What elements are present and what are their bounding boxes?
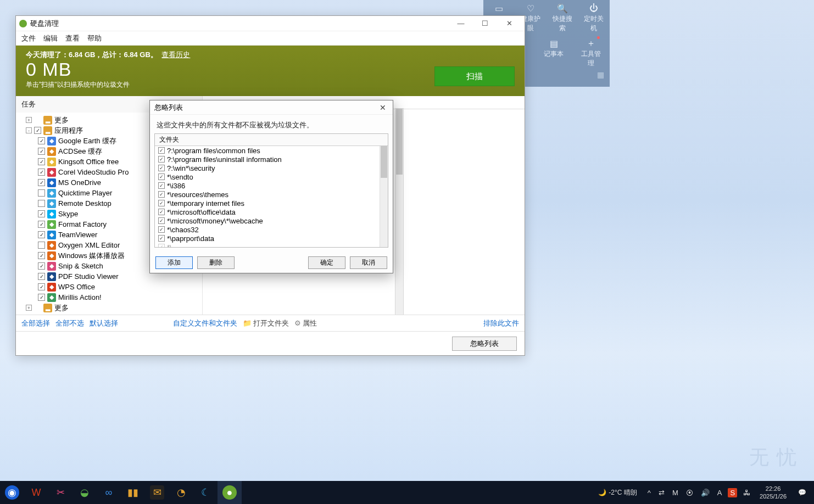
checkbox[interactable]: [38, 179, 45, 186]
start-button[interactable]: ◉: [0, 481, 24, 504]
list-item[interactable]: ?:\win*\security: [155, 164, 379, 172]
checkbox[interactable]: [158, 217, 165, 224]
dialog-close-button[interactable]: ✕: [377, 103, 388, 112]
scan-button[interactable]: 扫描: [434, 66, 515, 86]
checkbox[interactable]: [158, 156, 165, 163]
checkbox[interactable]: [38, 242, 45, 249]
cancel-button[interactable]: 取消: [350, 256, 387, 269]
checkbox[interactable]: [38, 273, 45, 280]
panel-item-search[interactable]: 🔍快捷搜索: [550, 2, 575, 33]
taskbar-app-mail[interactable]: ✉: [145, 481, 169, 504]
checkbox[interactable]: [38, 200, 45, 207]
tree-item[interactable]: ◆Mirillis Action!: [26, 292, 202, 303]
taskbar-app-wps[interactable]: W: [24, 481, 48, 504]
checkbox[interactable]: [158, 209, 165, 215]
panel-item-tools[interactable]: ＋工具管理: [580, 37, 602, 68]
delete-button[interactable]: 删除: [197, 256, 235, 269]
list-item[interactable]: *\resources\themes: [155, 190, 379, 199]
select-none-link[interactable]: 全部不选: [55, 318, 84, 328]
panel-item-notepad[interactable]: ▤记事本: [543, 37, 565, 68]
list-item[interactable]: *\microsoft\office\data: [155, 208, 379, 216]
list-item[interactable]: *\temporary internet files: [155, 199, 379, 208]
list-item[interactable]: *\sendto: [155, 172, 379, 181]
panel-item-shutdown[interactable]: ⏻定时关机: [581, 2, 606, 33]
open-folder-label[interactable]: 📁打开文件夹: [243, 318, 289, 328]
select-all-link[interactable]: 全部选择: [21, 318, 50, 328]
checkbox[interactable]: [34, 127, 41, 134]
taskbar-app-baidu[interactable]: ∞: [97, 481, 121, 504]
checkbox[interactable]: [38, 294, 45, 301]
list-item[interactable]: ?:\program files\common files: [155, 146, 379, 155]
menu-view[interactable]: 查看: [65, 33, 80, 43]
taskbar-app-snip[interactable]: ✂: [48, 481, 73, 504]
properties-label[interactable]: ⚙属性: [294, 318, 317, 328]
menu-help[interactable]: 帮助: [87, 33, 102, 43]
checkbox[interactable]: [38, 231, 45, 238]
history-link[interactable]: 查看历史: [161, 51, 190, 59]
list-item[interactable]: ?:\program files\uninstall information: [155, 155, 379, 164]
checkbox[interactable]: [38, 189, 45, 197]
checkbox[interactable]: [38, 221, 45, 228]
maximize-button[interactable]: ☐: [473, 16, 497, 31]
expand-icon[interactable]: +: [26, 117, 32, 123]
minimize-button[interactable]: —: [449, 16, 473, 31]
checkbox[interactable]: [38, 158, 45, 165]
checkbox[interactable]: [158, 200, 165, 206]
tray-chevron-icon[interactable]: ^: [646, 489, 653, 497]
menu-edit[interactable]: 编辑: [43, 33, 58, 43]
checkbox[interactable]: [38, 283, 45, 290]
column-header-date[interactable]: 创建日期: [389, 96, 525, 109]
tray-ime-a[interactable]: A: [716, 489, 724, 497]
exclude-file-link[interactable]: 排除此文件: [483, 318, 519, 328]
menu-file[interactable]: 文件: [21, 33, 36, 43]
checkbox[interactable]: [38, 262, 45, 270]
list-item[interactable]: *\i386: [155, 181, 379, 190]
checkbox[interactable]: [158, 244, 165, 247]
tray-network-icon[interactable]: 🖧: [741, 489, 752, 497]
tray-sogou[interactable]: S: [728, 488, 737, 497]
list-item[interactable]: *\...: [155, 243, 379, 247]
checkbox[interactable]: [158, 191, 165, 198]
tray-ime-m-icon[interactable]: M: [671, 489, 680, 497]
ignore-list-button[interactable]: 忽略列表: [452, 337, 517, 351]
taskbar-app-files[interactable]: ▮▮: [121, 481, 145, 504]
checkbox[interactable]: [158, 173, 165, 180]
list-column-folder[interactable]: 文件夹: [155, 134, 388, 146]
tree-item[interactable]: +▂更多: [26, 303, 202, 313]
checkbox[interactable]: [158, 235, 165, 242]
checkbox[interactable]: [38, 210, 45, 217]
notification-button[interactable]: 💬: [794, 481, 810, 504]
checkbox[interactable]: [158, 147, 165, 154]
taskbar-app-moon[interactable]: ☾: [193, 481, 218, 504]
list-item[interactable]: *\chaos32: [155, 225, 379, 234]
tray-sync-icon[interactable]: ⇄: [657, 489, 666, 497]
checkbox[interactable]: [158, 165, 165, 171]
dialog-scrollbar[interactable]: [380, 146, 388, 247]
grid-icon[interactable]: ▦: [597, 70, 604, 79]
expand-icon[interactable]: +: [26, 305, 32, 311]
tray-volume-icon[interactable]: 🔊: [699, 489, 711, 497]
close-button[interactable]: ✕: [497, 16, 521, 31]
expand-icon[interactable]: -: [26, 127, 32, 133]
dialog-scrollbar-thumb[interactable]: [381, 146, 387, 178]
tree-item[interactable]: ◆WPS Office: [26, 282, 202, 292]
list-item[interactable]: *\microsoft\money\*\webcache: [155, 216, 379, 225]
taskbar-app-wechat[interactable]: ◒: [73, 481, 97, 504]
ok-button[interactable]: 确定: [308, 256, 345, 269]
custom-files-link[interactable]: 自定义文件和文件夹: [173, 318, 237, 328]
scrollbar-thumb[interactable]: [396, 109, 403, 175]
checkbox[interactable]: [38, 137, 45, 144]
checkbox[interactable]: [38, 169, 45, 176]
checkbox[interactable]: [38, 252, 45, 259]
checkbox[interactable]: [158, 226, 165, 233]
select-default-link[interactable]: 默认选择: [90, 318, 118, 328]
taskbar-app-360[interactable]: ◔: [169, 481, 193, 504]
taskbar-app-cleanup[interactable]: ●: [218, 481, 242, 504]
add-button[interactable]: 添加: [155, 256, 193, 269]
scrollbar[interactable]: [395, 108, 404, 315]
list-item[interactable]: *\paprport\data: [155, 234, 379, 243]
checkbox[interactable]: [38, 148, 45, 155]
checkbox[interactable]: [158, 182, 165, 189]
tray-wifi-icon[interactable]: ⦿: [684, 489, 695, 497]
clock[interactable]: 22:26 2025/1/26: [756, 485, 790, 500]
